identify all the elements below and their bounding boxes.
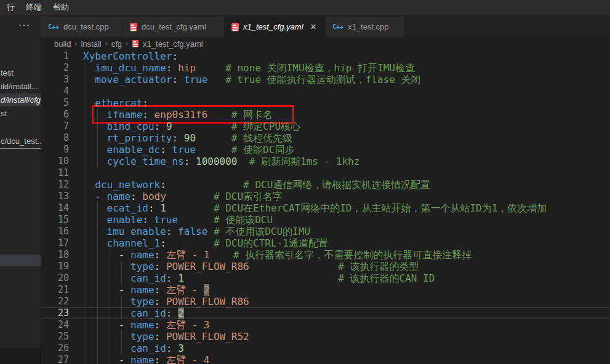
line-number: 11: [41, 167, 83, 179]
tab-dcu_test_cfg.yaml[interactable]: dcu_test_cfg.yaml: [123, 17, 225, 37]
indent-guide: [97, 354, 98, 364]
code-line[interactable]: 4: [41, 85, 610, 97]
code-text[interactable]: ifname: enp0s31f6 # 网卡名: [83, 109, 610, 121]
close-icon[interactable]: ✕: [310, 22, 317, 31]
indent-guide: [97, 121, 98, 132]
code-text[interactable]: bind_cpu: 9 # 绑定CPU核心: [83, 121, 610, 132]
tab-x1_test_cfg.yaml[interactable]: x1_test_cfg.yaml✕: [225, 17, 326, 37]
code-text[interactable]: move_actuator: true # true 使能执行器运动测试，fla…: [83, 74, 610, 85]
code-line[interactable]: 3 move_actuator: true # true 使能执行器运动测试，f…: [41, 74, 610, 85]
code-line[interactable]: 24 - name: 左臂 - 3: [41, 319, 610, 331]
tab-x1_test.cpp[interactable]: C++x1_test.cpp: [326, 17, 405, 37]
code-line[interactable]: 21 - name: 左臂 - 2: [41, 284, 610, 296]
line-number: 4: [41, 85, 83, 97]
indent-guide: [86, 167, 86, 179]
code-text[interactable]: imu_enable: false # 不使用该DCU的IMU: [83, 226, 610, 237]
code-line[interactable]: 16 imu_enable: false # 不使用该DCU的IMU: [41, 226, 610, 237]
code-text[interactable]: can_id: 1 # 该执行器的CAN ID: [83, 272, 610, 284]
indent-guide: [97, 284, 98, 296]
tab-label: dcu_test.cpp: [63, 22, 109, 31]
code-text[interactable]: type: POWER_FLOW_R52: [83, 331, 610, 342]
code-text[interactable]: [83, 85, 610, 97]
code-line[interactable]: 18 - name: 左臂 - 1 # 执行器索引名字，不需要控制的执行器可直接…: [41, 249, 610, 261]
code-editor[interactable]: 1XyberController:2 imu_dcu_name: hip # n…: [41, 50, 610, 364]
breadcrumb-file[interactable]: x1_test_cfg.yaml: [143, 39, 203, 49]
code-text[interactable]: - name: body # DCU索引名字: [83, 191, 610, 202]
code-text[interactable]: enable: true # 使能该DCU: [83, 214, 610, 226]
indent-guide: [86, 214, 86, 226]
code-line[interactable]: 26 can_id: 3: [41, 342, 610, 354]
code-line[interactable]: 23 can_id: 2: [41, 307, 610, 319]
indent-guide: [86, 249, 86, 261]
indent-guide: [86, 179, 86, 191]
sidebar-item[interactable]: ild/install...: [0, 80, 41, 93]
code-text[interactable]: - name: 左臂 - 1 # 执行器索引名字，不需要控制的执行器可直接注释掉: [83, 249, 610, 261]
code-text[interactable]: type: POWER_FLOW_R86: [83, 296, 610, 307]
indent-guide: [121, 296, 122, 307]
indent-guide: [121, 342, 122, 354]
indent-guide: [110, 331, 110, 342]
indent-guide: [97, 132, 98, 144]
code-text[interactable]: dcu_network: # DCU通信网络，请根据实机连接情况配置: [83, 179, 610, 191]
code-line[interactable]: 6 ifname: enp0s31f6 # 网卡名: [41, 109, 610, 121]
code-line[interactable]: 5 ethercat:: [41, 97, 610, 109]
indent-guide: [86, 284, 86, 296]
code-text[interactable]: can_id: 3: [83, 342, 610, 354]
code-text[interactable]: - name: 左臂 - 3: [83, 319, 610, 331]
sidebar-item-selected[interactable]: d/install/cfg: [0, 93, 41, 106]
code-text[interactable]: - name: 左臂 - 4: [83, 354, 610, 364]
code-line[interactable]: 20 can_id: 1 # 该执行器的CAN ID: [41, 272, 610, 284]
code-text[interactable]: can_id: 2: [83, 307, 610, 319]
menu-item-行[interactable]: 行: [1, 1, 20, 14]
code-line[interactable]: 17 channel_1: # DCU的CTRL-1通道配置: [41, 237, 610, 249]
more-actions-button[interactable]: ···: [18, 20, 30, 31]
breadcrumb[interactable]: build›install›cfg›x1_test_cfg.yaml: [41, 37, 610, 50]
breadcrumb-item-build[interactable]: build: [54, 39, 71, 49]
sidebar-item[interactable]: test: [0, 66, 41, 79]
sidebar-item[interactable]: c/dcu_test...: [0, 135, 41, 149]
code-line[interactable]: 27 - name: 左臂 - 4: [41, 354, 610, 364]
chevron-right-icon: ›: [126, 39, 128, 48]
code-line[interactable]: 19 type: POWER_FLOW_R86 # 该执行器的类型: [41, 261, 610, 272]
line-number: 21: [41, 284, 83, 296]
code-text[interactable]: ethercat:: [83, 97, 610, 109]
code-line[interactable]: 9 enable_dc: true # 使能DC同步: [41, 144, 610, 156]
indent-guide: [110, 261, 110, 272]
code-text[interactable]: type: POWER_FLOW_R86 # 该执行器的类型: [83, 261, 610, 272]
code-line[interactable]: 14 ecat_id: 1 # DCU在EtherCAT网络中的ID，从主站开始…: [41, 202, 610, 214]
tab-dcu_test.cpp[interactable]: C++dcu_test.cpp: [41, 17, 123, 37]
code-line[interactable]: 11: [41, 167, 610, 179]
menu-item-终端[interactable]: 终端: [20, 1, 47, 14]
code-text[interactable]: cycle_time_ns: 1000000 # 刷新周期1ms - 1khz: [83, 156, 610, 167]
line-number: 15: [41, 214, 83, 226]
code-text[interactable]: channel_1: # DCU的CTRL-1通道配置: [83, 237, 610, 249]
line-number: 12: [41, 179, 83, 191]
menu-item-帮助[interactable]: 帮助: [47, 1, 74, 14]
tab-label: x1_test_cfg.yaml: [243, 22, 303, 31]
code-line[interactable]: 7 bind_cpu: 9 # 绑定CPU核心: [41, 121, 610, 132]
code-text[interactable]: ecat_id: 1 # DCU在EtherCAT网络中的ID，从主站开始，第一…: [83, 202, 610, 214]
sidebar-item[interactable]: st: [0, 107, 41, 120]
sidebar-selected-band[interactable]: [0, 255, 41, 266]
line-number: 2: [41, 62, 83, 74]
code-line[interactable]: 1XyberController:: [41, 50, 610, 62]
code-line[interactable]: 2 imu_dcu_name: hip # none 关闭IMU检查，hip 打…: [41, 62, 610, 74]
code-text[interactable]: XyberController:: [83, 50, 610, 62]
line-number: 24: [41, 319, 83, 331]
code-line[interactable]: 25 type: POWER_FLOW_R52: [41, 331, 610, 342]
code-line[interactable]: 22 type: POWER_FLOW_R86: [41, 296, 610, 307]
breadcrumb-item-cfg[interactable]: cfg: [111, 39, 122, 49]
code-line[interactable]: 10 cycle_time_ns: 1000000 # 刷新周期1ms - 1k…: [41, 156, 610, 167]
code-line[interactable]: 12 dcu_network: # DCU通信网络，请根据实机连接情况配置: [41, 179, 610, 191]
code-line[interactable]: 15 enable: true # 使能该DCU: [41, 214, 610, 226]
cpp-file-icon: C++: [332, 23, 343, 30]
indent-guide: [97, 319, 98, 331]
code-text[interactable]: [83, 167, 610, 179]
code-text[interactable]: - name: 左臂 - 2: [83, 284, 610, 296]
code-text[interactable]: rt_priority: 90 # 线程优先级: [83, 132, 610, 144]
code-line[interactable]: 8 rt_priority: 90 # 线程优先级: [41, 132, 610, 144]
breadcrumb-item-install[interactable]: install: [81, 39, 101, 49]
code-line[interactable]: 13 - name: body # DCU索引名字: [41, 191, 610, 202]
code-text[interactable]: enable_dc: true # 使能DC同步: [83, 144, 610, 156]
code-text[interactable]: imu_dcu_name: hip # none 关闭IMU检查，hip 打开I…: [83, 62, 610, 74]
